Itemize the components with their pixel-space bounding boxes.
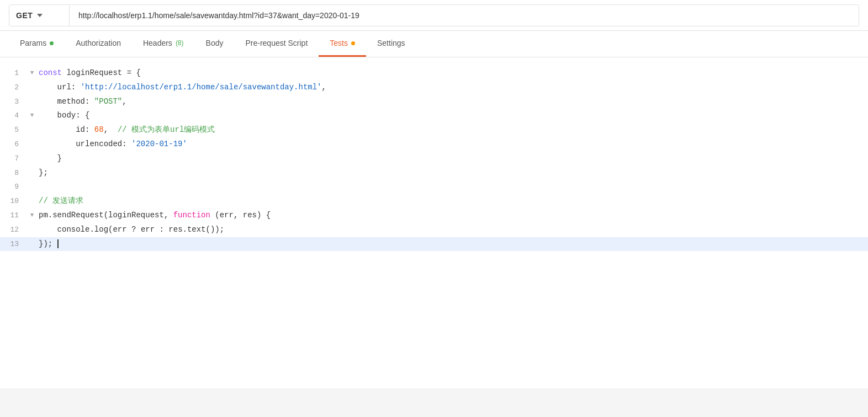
fold-13 — [28, 238, 36, 239]
fold-9 — [28, 180, 36, 181]
fold-4[interactable]: ▼ — [28, 109, 36, 121]
code-editor[interactable]: 1 ▼ const loginRequest = { 2 url: 'http:… — [0, 66, 868, 251]
code-line-13: 13 }); — [0, 237, 868, 252]
code-line-5: 5 id: 68, // 模式为表单url编码模式 — [0, 123, 868, 137]
tab-authorization-label: Authorization — [76, 39, 121, 47]
line-num-6: 6 — [0, 138, 28, 151]
line-num-11: 11 — [0, 209, 28, 222]
code-line-7: 7 } — [0, 152, 868, 166]
tab-headers-label: Headers — [143, 39, 172, 47]
fold-10 — [28, 195, 36, 196]
line-num-9: 9 — [0, 180, 28, 193]
tab-headers[interactable]: Headers (8) — [132, 31, 195, 57]
chevron-down-icon — [37, 14, 43, 17]
tab-pre-request-label: Pre-request Script — [245, 39, 308, 47]
line-num-12: 12 — [0, 223, 28, 236]
code-line-3: 3 method: "POST", — [0, 95, 868, 109]
code-line-11: 11 ▼ pm.sendRequest(loginRequest, functi… — [0, 209, 868, 223]
line-num-10: 10 — [0, 195, 28, 207]
code-panel[interactable]: 1 ▼ const loginRequest = { 2 url: 'http:… — [0, 57, 868, 388]
fold-7 — [28, 152, 36, 153]
code-line-4: 4 ▼ body: { — [0, 109, 868, 123]
tab-params-label: Params — [20, 39, 46, 47]
line-num-3: 3 — [0, 95, 28, 108]
line-num-1: 1 — [0, 67, 28, 79]
request-bar: GET — [0, 0, 868, 31]
tabs-bar: Params Authorization Headers (8) Body Pr… — [0, 31, 868, 57]
tab-settings[interactable]: Settings — [366, 31, 416, 57]
code-line-8: 8 }; — [0, 166, 868, 180]
tab-params[interactable]: Params — [9, 31, 65, 57]
method-label: GET — [16, 11, 33, 20]
tab-tests[interactable]: Tests — [319, 31, 366, 57]
line-num-5: 5 — [0, 124, 28, 136]
fold-12 — [28, 223, 36, 224]
code-line-1: 1 ▼ const loginRequest = { — [0, 66, 868, 81]
tab-settings-label: Settings — [377, 39, 405, 47]
headers-badge: (8) — [176, 39, 184, 47]
params-dot — [50, 41, 54, 45]
fold-3 — [28, 95, 36, 97]
method-selector[interactable]: GET — [9, 4, 70, 26]
tests-dot — [351, 41, 355, 45]
fold-2 — [28, 81, 36, 82]
tab-body[interactable]: Body — [195, 31, 235, 57]
line-num-7: 7 — [0, 152, 28, 165]
tab-body-label: Body — [206, 39, 224, 47]
tab-pre-request[interactable]: Pre-request Script — [234, 31, 319, 57]
tab-authorization[interactable]: Authorization — [65, 31, 132, 57]
fold-1[interactable]: ▼ — [28, 67, 36, 78]
fold-6 — [28, 138, 36, 139]
code-line-12: 12 console.log(err ? err : res.text()); — [0, 223, 868, 237]
code-line-9: 9 — [0, 180, 868, 194]
line-num-2: 2 — [0, 81, 28, 94]
fold-5 — [28, 124, 36, 125]
code-line-6: 6 urlencoded: '2020-01-19' — [0, 137, 868, 152]
code-line-10: 10 // 发送请求 — [0, 194, 868, 209]
fold-11[interactable]: ▼ — [28, 209, 36, 221]
fold-8 — [28, 167, 36, 168]
line-num-4: 4 — [0, 109, 28, 122]
line-num-13: 13 — [0, 238, 28, 250]
tab-tests-label: Tests — [330, 39, 348, 47]
code-line-2: 2 url: 'http://localhost/erp1.1/home/sal… — [0, 81, 868, 95]
line-num-8: 8 — [0, 167, 28, 179]
url-input[interactable] — [70, 4, 859, 26]
